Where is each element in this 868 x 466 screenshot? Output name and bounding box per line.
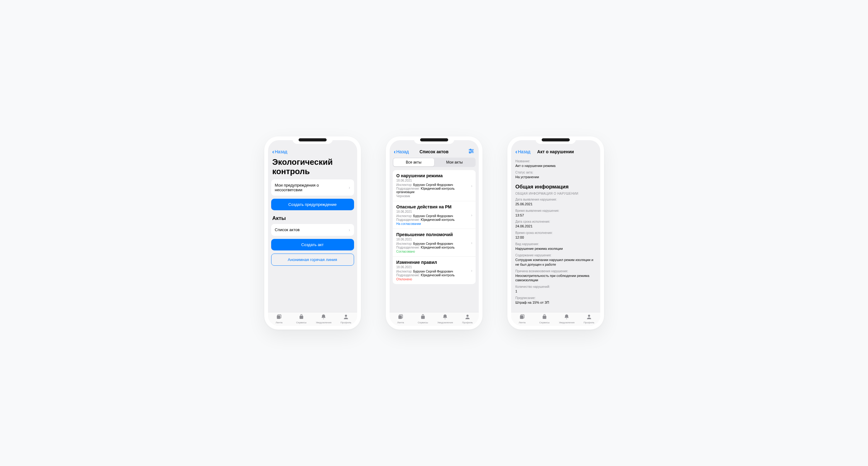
tab-services[interactable]: Сервисы: [412, 314, 434, 324]
chevron-right-icon: ›: [349, 227, 350, 232]
svg-point-5: [470, 149, 471, 150]
svg-rect-2: [300, 316, 303, 319]
tab-notifications[interactable]: Уведомления: [313, 314, 335, 324]
create-act-button[interactable]: Создать акт: [271, 239, 354, 251]
act-inspector: Инспектор: Бурухин Сергей Федорович: [397, 270, 472, 273]
phone-notch: [535, 136, 576, 144]
act-list-item[interactable]: О нарушении режима 18.06.2021 Инспектор:…: [393, 170, 475, 201]
tab-label: Профиль: [584, 321, 594, 324]
tab-feed[interactable]: Лента: [268, 314, 290, 324]
phone-notch: [292, 136, 333, 144]
svg-point-9: [469, 152, 470, 153]
detail-field-label: Вид нарушения:: [516, 242, 596, 246]
screen-acts-list: ‹ Назад Список актов Все акты Мои акты О…: [390, 140, 479, 326]
tab-label: Сервисы: [296, 321, 306, 324]
acts-list-row[interactable]: Список актов ›: [271, 224, 354, 236]
detail-field-value: Неосмотрительность при соблюдении режима…: [516, 273, 596, 283]
segment-my-acts[interactable]: Мои акты: [434, 158, 475, 166]
section-heading: Общая информация: [516, 184, 596, 190]
create-warning-button[interactable]: Создать предупреждение: [271, 199, 354, 210]
detail-field-label: Причина возникновения нарушения:: [516, 269, 596, 273]
profile-icon: [464, 314, 471, 321]
tab-notifications[interactable]: Уведомления: [556, 314, 578, 324]
services-icon: [298, 314, 305, 321]
act-department: Подразделение: Юридический контроль: [397, 218, 472, 222]
profile-icon: [343, 314, 349, 321]
act-inspector: Инспектор: Бурухин Сергей Федорович: [397, 183, 472, 187]
back-button[interactable]: ‹ Назад: [272, 149, 287, 155]
tab-label: Сервисы: [539, 321, 550, 324]
svg-rect-16: [542, 316, 546, 319]
act-status: Черновик: [397, 194, 472, 198]
tab-profile[interactable]: Профиль: [456, 314, 479, 324]
detail-field-value: Штраф на 15% от ЗП: [516, 300, 596, 305]
bell-icon: [320, 314, 327, 321]
status-value: На устранении: [516, 175, 596, 179]
tab-feed[interactable]: Лента: [390, 314, 412, 324]
detail-field-value: Нарушение режима изоляции: [516, 246, 596, 251]
bell-icon: [442, 314, 448, 321]
tab-profile[interactable]: Профиль: [578, 314, 600, 324]
detail-field-value: 12:00: [516, 235, 596, 240]
detail-field-label: Дата срока исполнения:: [516, 220, 596, 223]
act-inspector: Инспектор: Бурухин Сергей Федорович: [397, 214, 472, 218]
tab-label: Лента: [519, 321, 525, 324]
detail-field-value: 1: [516, 289, 596, 294]
back-label: Назад: [518, 149, 530, 154]
bell-icon: [563, 314, 570, 321]
act-list-item[interactable]: Превышение полномочий 18.06.2021 Инспект…: [393, 229, 475, 257]
name-label: Название:: [516, 160, 596, 163]
act-list-item[interactable]: Опасные действия на РМ 18.06.2021 Инспек…: [393, 201, 475, 229]
detail-field-label: Время выявления нарушения:: [516, 209, 596, 212]
hotline-button[interactable]: Анонимная горячая линия: [271, 254, 354, 266]
tab-services[interactable]: Сервисы: [290, 314, 313, 324]
svg-rect-12: [421, 316, 425, 319]
act-date: 18.06.2021: [397, 238, 472, 241]
act-date: 18.06.2021: [397, 265, 472, 269]
chevron-left-icon: ‹: [394, 149, 396, 155]
svg-point-13: [466, 314, 468, 317]
tab-label: Профиль: [462, 321, 473, 324]
nav-title: Список актов: [420, 149, 448, 154]
tab-label: Лента: [397, 321, 404, 324]
my-warnings-row[interactable]: Мои предупреждения о несоответсвии ›: [271, 179, 354, 196]
detail-field-value: 13:57: [516, 213, 596, 218]
act-status: Согласовано: [397, 250, 472, 253]
act-title: Изменение правил: [397, 260, 472, 265]
acts-heading: Акты: [271, 213, 354, 224]
detail-field-value: Сотрудник компании нарушил режим изоляци…: [516, 258, 596, 267]
detail-field-value: 24.06.2021: [516, 224, 596, 229]
tab-services[interactable]: Сервисы: [533, 314, 556, 324]
feed-icon: [276, 314, 282, 321]
nav-title: Акт о нарушении: [537, 149, 574, 154]
tab-label: Уведомления: [559, 321, 575, 324]
act-list-item[interactable]: Изменение правил 18.06.2021 Инспектор: Б…: [393, 257, 475, 284]
back-label: Назад: [275, 149, 287, 154]
detail-field-value: 25.06.2021: [516, 202, 596, 206]
segmented-control: Все акты Мои акты: [393, 158, 475, 167]
detail-field-label: Дата выявления нарушения:: [516, 198, 596, 201]
chevron-left-icon: ‹: [516, 149, 517, 155]
svg-point-7: [471, 151, 472, 152]
act-status: Отклонено: [397, 277, 472, 281]
phone-mockup-3: ‹ Назад Акт о нарушении Название: Акт о …: [507, 136, 604, 330]
act-date: 18.06.2021: [397, 179, 472, 182]
act-title: Опасные действия на РМ: [397, 204, 472, 209]
acts-list: О нарушении режима 18.06.2021 Инспектор:…: [393, 170, 475, 284]
name-value: Акт о нарушении режима: [516, 164, 596, 168]
segment-all-acts[interactable]: Все акты: [393, 158, 434, 166]
chevron-right-icon: ›: [471, 183, 472, 188]
detail-field-label: Предписание:: [516, 296, 596, 300]
tab-profile[interactable]: Профиль: [335, 314, 357, 324]
act-inspector: Инспектор: Бурухин Сергей Федорович: [397, 242, 472, 245]
filter-icon: [468, 148, 474, 154]
filter-button[interactable]: [468, 148, 474, 156]
act-department: Подразделение: Юридический контроль: [397, 246, 472, 249]
act-department: Подразделение: Юридический контроль орга…: [397, 187, 472, 194]
tab-feed[interactable]: Лента: [511, 314, 534, 324]
back-button[interactable]: ‹ Назад: [394, 149, 409, 155]
services-icon: [541, 314, 548, 321]
back-button[interactable]: ‹ Назад: [516, 149, 530, 155]
tab-notifications[interactable]: Уведомления: [434, 314, 457, 324]
act-department: Подразделение: Юридический контроль: [397, 273, 472, 277]
